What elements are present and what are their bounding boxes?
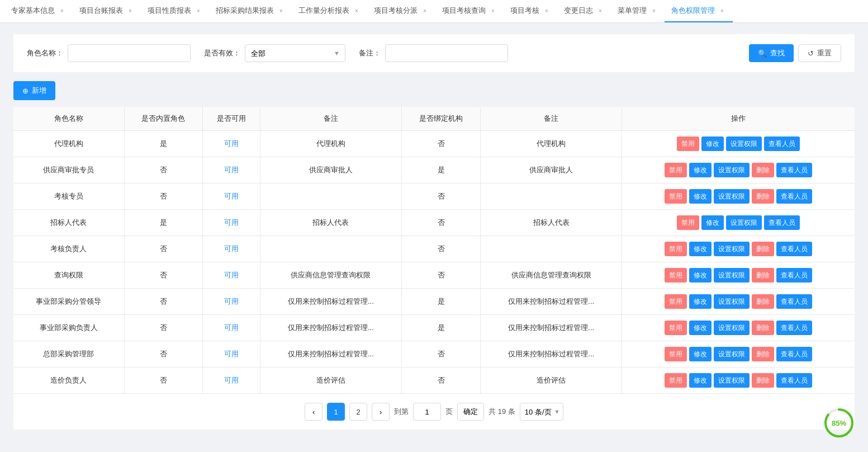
prev-page-button[interactable]: ‹ — [305, 403, 322, 421]
action-btn-删除-8[interactable]: 删除 — [752, 347, 774, 361]
table-row: 总部采购管理部否可用仅用来控制招标过程管理...否仅用来控制招标过程管理...禁… — [13, 341, 855, 368]
tab-item-4[interactable]: 工作量分析报表× — [292, 0, 367, 22]
goto-confirm-button[interactable]: 确定 — [457, 403, 484, 421]
action-btn-设置权限-1[interactable]: 设置权限 — [714, 163, 750, 177]
action-btn-查看人员-9[interactable]: 查看人员 — [776, 373, 812, 388]
tab-item-10[interactable]: 角色权限管理× — [665, 0, 733, 22]
action-btn-修改-3[interactable]: 修改 — [701, 215, 724, 230]
action-btn-删除-2[interactable]: 删除 — [752, 189, 774, 204]
page-2-button[interactable]: 2 — [349, 403, 367, 421]
cell-9-2: 可用 — [203, 368, 260, 394]
action-btn-修改-0[interactable]: 修改 — [701, 136, 724, 151]
table-row: 考核专员否可用否禁用修改设置权限删除查看人员 — [13, 183, 855, 210]
tab-item-8[interactable]: 变更日志× — [557, 0, 611, 22]
action-btn-修改-8[interactable]: 修改 — [689, 347, 712, 361]
per-page-select[interactable]: 10 条/页20 条/页50 条/页 — [520, 403, 563, 421]
table-row: 招标人代表是可用招标人代表否招标人代表禁用修改设置权限查看人员 — [13, 210, 855, 236]
col-header-1: 是否内置角色 — [124, 107, 203, 131]
add-button[interactable]: ⊕ 新增 — [13, 81, 55, 100]
tab-item-1[interactable]: 项目台账报表× — [73, 0, 141, 22]
action-btn-查看人员-2[interactable]: 查看人员 — [776, 189, 812, 204]
action-btn-查看人员-8[interactable]: 查看人员 — [776, 347, 812, 361]
action-btn-禁用-1[interactable]: 禁用 — [665, 163, 687, 177]
action-btn-删除-5[interactable]: 删除 — [752, 268, 774, 282]
role-name-input[interactable] — [68, 44, 191, 62]
action-btn-设置权限-0[interactable]: 设置权限 — [726, 136, 762, 151]
action-btn-设置权限-8[interactable]: 设置权限 — [714, 347, 750, 361]
page-unit: 页 — [445, 407, 453, 417]
cell-9-3: 造价评估 — [260, 368, 401, 394]
tab-close-1[interactable]: × — [126, 7, 134, 15]
tab-item-3[interactable]: 招标采购结果报表× — [209, 0, 292, 22]
action-btn-禁用-4[interactable]: 禁用 — [665, 242, 687, 256]
action-btn-设置权限-9[interactable]: 设置权限 — [714, 373, 750, 388]
action-btn-查看人员-3[interactable]: 查看人员 — [764, 215, 800, 230]
tab-item-6[interactable]: 项目考核查询× — [435, 0, 504, 22]
action-btn-设置权限-6[interactable]: 设置权限 — [714, 294, 750, 309]
action-btn-修改-9[interactable]: 修改 — [689, 373, 712, 388]
reset-button[interactable]: ↺ 重置 — [798, 44, 841, 62]
action-btn-删除-7[interactable]: 删除 — [752, 321, 774, 335]
cell-3-2: 可用 — [203, 210, 260, 236]
cell-2-0: 考核专员 — [13, 183, 124, 210]
tab-item-2[interactable]: 项目性质报表× — [141, 0, 209, 22]
action-btn-删除-9[interactable]: 删除 — [752, 373, 774, 388]
header-row: 角色名称是否内置角色是否可用备注是否绑定机构备注操作 — [13, 107, 855, 131]
action-btn-禁用-6[interactable]: 禁用 — [665, 294, 687, 309]
action-btn-修改-6[interactable]: 修改 — [689, 294, 712, 309]
action-btn-设置权限-5[interactable]: 设置权限 — [714, 268, 750, 282]
tab-item-7[interactable]: 项目考核× — [504, 0, 557, 22]
cell-7-1: 否 — [124, 315, 203, 341]
action-btn-禁用-3[interactable]: 禁用 — [677, 215, 699, 230]
action-btn-删除-4[interactable]: 删除 — [752, 242, 774, 256]
action-btn-禁用-5[interactable]: 禁用 — [665, 268, 687, 282]
cell-4-1: 否 — [124, 236, 203, 262]
tab-close-10[interactable]: × — [718, 7, 726, 15]
action-btn-删除-1[interactable]: 删除 — [752, 163, 774, 177]
action-btn-设置权限-7[interactable]: 设置权限 — [714, 321, 750, 335]
goto-input[interactable] — [413, 403, 441, 421]
tab-close-4[interactable]: × — [353, 7, 361, 15]
table-row: 事业部采购负责人否可用仅用来控制招标过程管理...是仅用来控制招标过程管理...… — [13, 315, 855, 341]
remark-input[interactable] — [385, 44, 508, 62]
action-btn-查看人员-4[interactable]: 查看人员 — [776, 242, 812, 256]
tab-item-5[interactable]: 项目考核分派× — [367, 0, 435, 22]
tab-close-3[interactable]: × — [277, 7, 285, 15]
action-btn-修改-7[interactable]: 修改 — [689, 321, 712, 335]
tab-close-9[interactable]: × — [650, 7, 658, 15]
tab-close-2[interactable]: × — [195, 7, 202, 15]
action-btn-查看人员-6[interactable]: 查看人员 — [776, 294, 812, 309]
tab-close-0[interactable]: × — [58, 7, 66, 15]
action-btn-禁用-8[interactable]: 禁用 — [665, 347, 687, 361]
action-btn-删除-6[interactable]: 删除 — [752, 294, 774, 309]
action-btn-查看人员-5[interactable]: 查看人员 — [776, 268, 812, 282]
tab-close-6[interactable]: × — [489, 7, 497, 15]
action-btn-查看人员-1[interactable]: 查看人员 — [776, 163, 812, 177]
action-btn-设置权限-2[interactable]: 设置权限 — [714, 189, 750, 204]
tab-close-7[interactable]: × — [543, 7, 551, 15]
cell-8-4: 否 — [402, 341, 481, 368]
page-1-button[interactable]: 1 — [327, 403, 345, 421]
tab-item-9[interactable]: 菜单管理× — [611, 0, 665, 22]
action-btn-修改-5[interactable]: 修改 — [689, 268, 712, 282]
action-btn-禁用-0[interactable]: 禁用 — [677, 136, 699, 151]
action-btn-查看人员-7[interactable]: 查看人员 — [776, 321, 812, 335]
cell-5-4: 否 — [402, 262, 481, 289]
action-btn-禁用-9[interactable]: 禁用 — [665, 373, 687, 388]
tab-close-5[interactable]: × — [421, 7, 429, 15]
action-btn-禁用-7[interactable]: 禁用 — [665, 321, 687, 335]
action-btn-修改-4[interactable]: 修改 — [689, 242, 712, 256]
search-button[interactable]: 🔍 查找 — [749, 44, 794, 62]
tab-item-0[interactable]: 专家基本信息× — [4, 0, 73, 22]
valid-select[interactable]: 全部是否 — [245, 44, 345, 62]
action-btn-查看人员-0[interactable]: 查看人员 — [764, 136, 800, 151]
action-btn-修改-1[interactable]: 修改 — [689, 163, 712, 177]
action-btn-设置权限-3[interactable]: 设置权限 — [726, 215, 762, 230]
action-btn-禁用-2[interactable]: 禁用 — [665, 189, 687, 204]
tab-close-8[interactable]: × — [596, 7, 604, 15]
cell-7-2: 可用 — [203, 315, 260, 341]
action-btn-修改-2[interactable]: 修改 — [689, 189, 712, 204]
action-btn-设置权限-4[interactable]: 设置权限 — [714, 242, 750, 256]
next-page-button[interactable]: › — [372, 403, 390, 421]
cell-0-4: 否 — [402, 131, 481, 157]
